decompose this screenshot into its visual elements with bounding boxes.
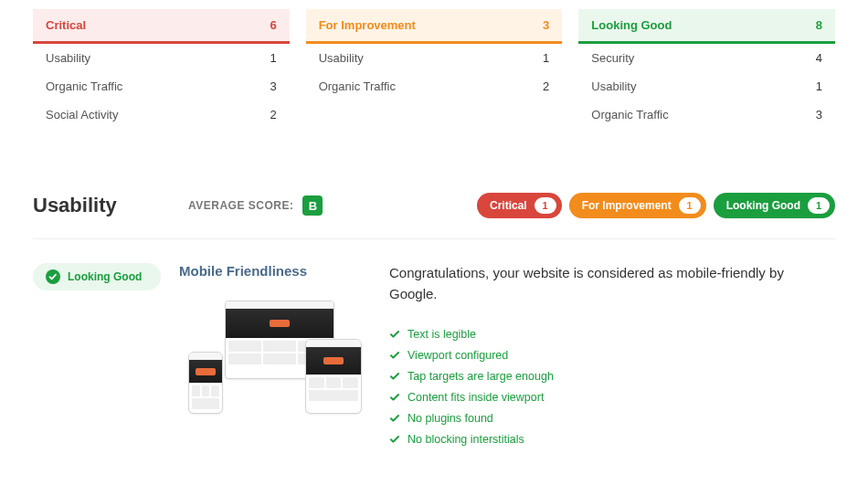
audit-message: Congratulations, your website is conside…	[389, 263, 835, 304]
check-text: Content fits inside viewport	[408, 391, 544, 404]
critical-header[interactable]: Critical 6	[33, 9, 290, 44]
good-label: Looking Good	[591, 18, 672, 32]
table-row: Organic Traffic 3	[33, 72, 290, 100]
average-score-label: AVERAGE SCORE:	[188, 199, 293, 212]
check-list: Text is legible Viewport configured Tap …	[389, 328, 835, 446]
row-value: 1	[543, 51, 549, 65]
check-icon	[389, 350, 400, 361]
divider	[33, 238, 835, 239]
table-row: Usability 1	[578, 72, 835, 100]
row-label: Organic Traffic	[46, 79, 122, 93]
status-label: Looking Good	[68, 270, 142, 283]
device-mockup-image	[179, 301, 362, 419]
score-badge: B	[302, 195, 323, 216]
row-label: Usability	[591, 79, 636, 93]
check-text: No plugins found	[408, 412, 493, 425]
row-value: 2	[543, 79, 549, 93]
row-value: 1	[816, 79, 822, 93]
check-icon	[389, 434, 400, 445]
check-item: Tap targets are large enough	[389, 370, 835, 383]
summary-columns: Critical 6 Usability 1 Organic Traffic 3…	[33, 9, 835, 129]
check-icon	[389, 392, 400, 403]
table-row: Organic Traffic 2	[306, 72, 563, 100]
improvement-header[interactable]: For Improvement 3	[306, 9, 563, 44]
table-row: Organic Traffic 3	[578, 100, 835, 129]
pill-label: Looking Good	[726, 199, 800, 212]
check-text: Tap targets are large enough	[408, 370, 554, 383]
pill-label: For Improvement	[582, 199, 672, 212]
section-header: Usability AVERAGE SCORE: B Critical 1 Fo…	[33, 193, 835, 218]
table-row: Social Activity 2	[33, 100, 290, 129]
critical-count: 6	[270, 18, 276, 32]
check-text: No blocking interstitials	[408, 433, 524, 446]
check-item: Viewport configured	[389, 349, 835, 362]
pill-good[interactable]: Looking Good 1	[714, 193, 835, 218]
audit-details: Congratulations, your website is conside…	[389, 263, 835, 454]
check-item: No plugins found	[389, 412, 835, 425]
check-icon	[389, 413, 400, 424]
table-row: Security 4	[578, 44, 835, 72]
pill-improvement[interactable]: For Improvement 1	[569, 193, 706, 218]
section-title: Usability	[33, 194, 188, 217]
table-row: Usability 1	[33, 44, 290, 72]
row-value: 4	[816, 51, 822, 65]
improvement-label: For Improvement	[319, 18, 416, 32]
check-item: No blocking interstitials	[389, 433, 835, 446]
row-label: Organic Traffic	[591, 108, 668, 121]
audit-title: Mobile Friendliness	[179, 263, 371, 279]
row-label: Usability	[319, 51, 364, 65]
improvement-column: For Improvement 3 Usability 1 Organic Tr…	[306, 9, 563, 129]
audit-mid: Mobile Friendliness	[179, 263, 371, 419]
phone-icon	[188, 352, 223, 414]
good-column: Looking Good 8 Security 4 Usability 1 Or…	[578, 9, 835, 129]
row-value: 3	[816, 108, 822, 121]
check-circle-icon	[46, 269, 60, 284]
check-icon	[389, 371, 400, 382]
row-value: 1	[270, 51, 276, 65]
check-text: Text is legible	[408, 328, 476, 341]
check-item: Text is legible	[389, 328, 835, 341]
row-label: Social Activity	[46, 108, 118, 121]
pill-count: 1	[679, 197, 701, 214]
pill-label: Critical	[490, 199, 527, 212]
improvement-count: 3	[543, 18, 549, 32]
good-header[interactable]: Looking Good 8	[578, 9, 835, 44]
critical-column: Critical 6 Usability 1 Organic Traffic 3…	[33, 9, 290, 129]
audit-item: Looking Good Mobile Friendliness Congrat…	[33, 263, 835, 454]
row-label: Security	[591, 51, 634, 65]
row-label: Usability	[46, 51, 90, 65]
good-count: 8	[816, 18, 822, 32]
pill-count: 1	[808, 197, 830, 214]
tablet-icon	[305, 339, 362, 414]
check-text: Viewport configured	[408, 349, 508, 362]
pill-critical[interactable]: Critical 1	[477, 193, 562, 218]
row-value: 3	[270, 79, 276, 93]
check-item: Content fits inside viewport	[389, 391, 835, 404]
status-badge: Looking Good	[33, 263, 161, 290]
pill-group: Critical 1 For Improvement 1 Looking Goo…	[477, 193, 835, 218]
pill-count: 1	[535, 197, 556, 214]
critical-label: Critical	[46, 18, 86, 32]
row-label: Organic Traffic	[319, 79, 396, 93]
check-icon	[389, 329, 400, 340]
table-row: Usability 1	[306, 44, 563, 72]
status-badge-wrap: Looking Good	[33, 263, 161, 290]
row-value: 2	[270, 108, 276, 121]
